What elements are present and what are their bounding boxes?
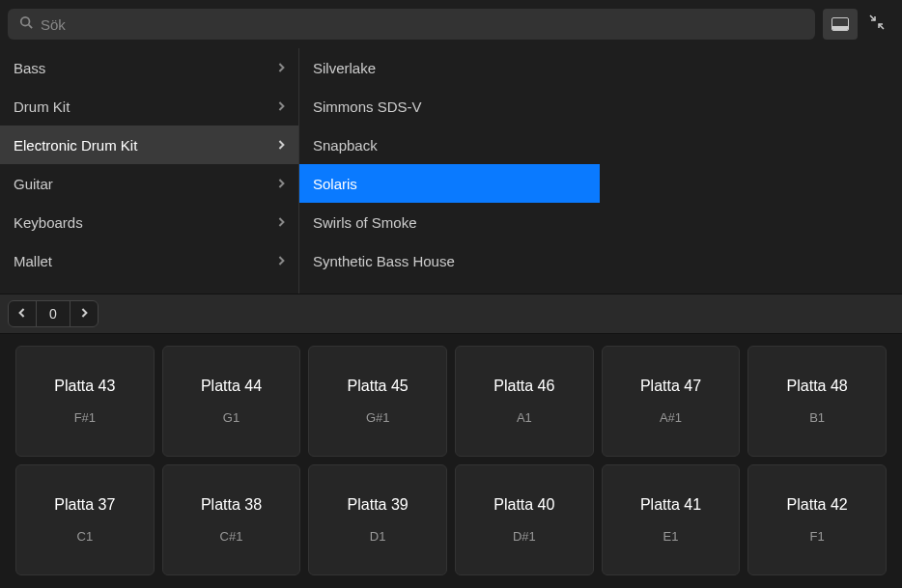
drum-pad[interactable]: Platta 38C#1 [162, 464, 301, 575]
top-bar [0, 0, 902, 48]
category-label: Electronic Drum Kit [14, 137, 137, 154]
category-item[interactable]: Electronic Drum Kit [0, 126, 298, 164]
pad-title: Platta 41 [640, 496, 701, 514]
preset-item[interactable]: Solaris [299, 164, 600, 203]
category-label: Guitar [14, 176, 53, 192]
preset-item[interactable]: Simmons SDS-V [299, 87, 600, 126]
preset-label: Swirls of Smoke [313, 214, 417, 231]
category-item[interactable]: Keyboards [0, 203, 298, 241]
browser: BassDrum KitElectronic Drum KitGuitarKey… [0, 48, 902, 294]
svg-line-1 [29, 25, 33, 29]
svg-point-0 [21, 17, 30, 26]
pad-note: C1 [77, 529, 94, 544]
category-label: Bass [14, 60, 45, 76]
chevron-left-icon [18, 305, 26, 322]
preset-item[interactable]: Snapback [299, 126, 600, 164]
pad-title: Platta 38 [201, 496, 262, 514]
drum-pad[interactable]: Platta 44G1 [162, 346, 301, 457]
pad-grid: Platta 43F#1Platta 44G1Platta 45G#1Platt… [0, 334, 902, 587]
drum-pad[interactable]: Platta 37C1 [15, 464, 155, 575]
prev-page-button[interactable] [9, 301, 36, 326]
preset-label: Synthie [313, 292, 361, 294]
category-item[interactable]: Mallet [0, 241, 298, 280]
drum-pad[interactable]: Platta 46A1 [455, 346, 594, 457]
preset-item[interactable]: Synthetic Bass House [299, 241, 600, 280]
chevron-right-icon [277, 176, 285, 192]
panel-icon [832, 17, 849, 31]
search-icon [19, 15, 33, 33]
preset-item[interactable]: Synthie [299, 280, 600, 294]
pad-title: Platta 44 [201, 378, 262, 395]
drum-pad[interactable]: Platta 47A#1 [602, 346, 741, 457]
pad-note: B1 [809, 410, 825, 425]
category-label: Keyboards [14, 214, 83, 231]
pad-title: Platta 46 [493, 378, 554, 395]
pad-title: Platta 40 [493, 496, 554, 514]
drum-pad[interactable]: Platta 48B1 [747, 346, 887, 457]
chevron-right-icon [277, 60, 285, 76]
chevron-right-icon [277, 253, 285, 269]
category-item[interactable]: Guitar [0, 164, 298, 203]
collapse-button[interactable] [860, 9, 894, 40]
pad-note: A#1 [660, 410, 682, 425]
search-input[interactable] [41, 16, 803, 33]
drum-pad[interactable]: Platta 39D1 [308, 464, 447, 575]
category-item[interactable]: Bass [0, 48, 298, 87]
page-nav: 0 [8, 300, 99, 327]
category-label: Mallet [14, 253, 52, 269]
preset-item[interactable]: Silverlake [299, 48, 600, 87]
category-label: Drum Kit [14, 98, 70, 115]
pad-title: Platta 37 [54, 496, 115, 514]
pad-note: A1 [517, 410, 532, 425]
page-number: 0 [36, 301, 70, 326]
pad-note: F1 [810, 529, 825, 544]
pad-title: Platta 43 [54, 378, 115, 395]
pad-note: C#1 [220, 529, 243, 544]
pad-note: D1 [370, 529, 386, 544]
chevron-right-icon [277, 137, 285, 154]
collapse-icon [868, 14, 886, 35]
drum-pad[interactable]: Platta 40D#1 [455, 464, 594, 575]
drum-pad[interactable]: Platta 45G#1 [308, 346, 447, 457]
pad-note: E1 [663, 529, 679, 544]
drum-pad[interactable]: Platta 42F1 [747, 464, 887, 575]
search-box[interactable] [8, 9, 815, 40]
top-icons [823, 9, 894, 40]
preset-label: Solaris [313, 176, 357, 192]
category-list[interactable]: BassDrum KitElectronic Drum KitGuitarKey… [0, 48, 299, 294]
pad-note: G1 [223, 410, 240, 425]
chevron-right-icon [277, 214, 285, 231]
chevron-right-icon [277, 98, 285, 115]
preset-label: Silverlake [313, 60, 376, 76]
next-page-button[interactable] [70, 301, 98, 326]
pad-title: Platta 47 [640, 378, 701, 395]
drum-pad[interactable]: Platta 41E1 [602, 464, 741, 575]
nav-strip: 0 [0, 294, 902, 334]
drum-pad[interactable]: Platta 43F#1 [15, 346, 155, 457]
preset-label: Synthetic Bass House [313, 253, 455, 269]
panel-toggle-button[interactable] [823, 9, 858, 40]
chevron-right-icon [80, 305, 88, 322]
pad-note: G#1 [366, 410, 390, 425]
category-item[interactable]: Drum Kit [0, 87, 298, 126]
pad-title: Platta 42 [787, 496, 848, 514]
preset-label: Snapback [313, 137, 378, 154]
pad-note: F#1 [74, 410, 96, 425]
pad-note: D#1 [513, 529, 536, 544]
pad-title: Platta 48 [787, 378, 848, 395]
preset-item[interactable]: Swirls of Smoke [299, 203, 600, 241]
preset-list[interactable]: SilverlakeSimmons SDS-VSnapbackSolarisSw… [299, 48, 600, 294]
preset-label: Simmons SDS-V [313, 98, 422, 115]
pad-title: Platta 45 [348, 378, 409, 395]
pad-title: Platta 39 [348, 496, 409, 514]
